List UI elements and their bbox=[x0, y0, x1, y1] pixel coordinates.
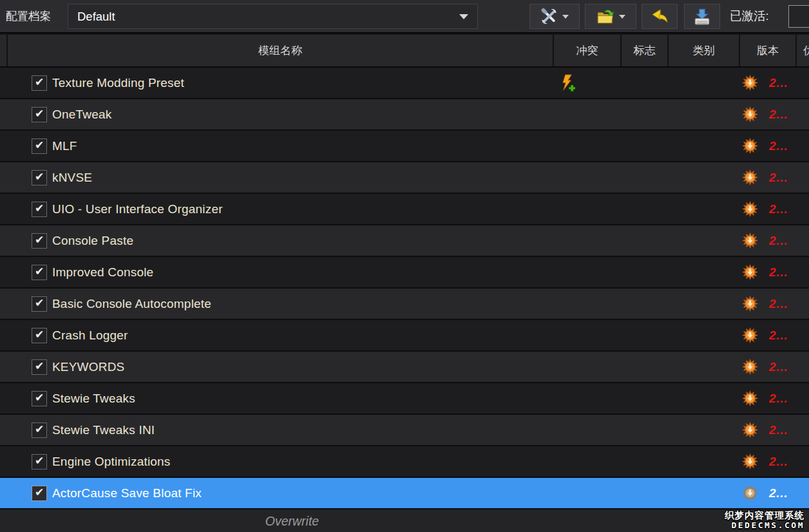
flags-cell bbox=[620, 225, 667, 256]
profile-label: 配置档案 bbox=[6, 0, 51, 32]
mod-enabled-checkbox[interactable]: ✔ bbox=[32, 138, 47, 154]
checkmark-icon: ✔ bbox=[35, 266, 44, 277]
mod-list: ✔ Texture Modding Preset bbox=[0, 68, 809, 509]
update-burst-icon bbox=[742, 296, 758, 312]
column-header-conflicts[interactable]: 冲突 bbox=[553, 35, 620, 66]
mod-enabled-checkbox[interactable]: ✔ bbox=[32, 265, 47, 280]
mod-enabled-checkbox[interactable]: ✔ bbox=[32, 454, 47, 470]
mod-version: 2… bbox=[769, 171, 788, 185]
column-header-priority[interactable]: 优先级 bbox=[795, 35, 809, 66]
category-cell bbox=[667, 194, 739, 224]
version-cell: 2… bbox=[739, 478, 795, 508]
mod-name-cell: ✔ ActorCause Save Bloat Fix bbox=[0, 478, 553, 508]
mod-name: Basic Console Autocomplete bbox=[52, 297, 211, 311]
mod-enabled-checkbox[interactable]: ✔ bbox=[32, 486, 47, 501]
column-header-name[interactable]: 模组名称 bbox=[8, 35, 553, 66]
conflicts-cell bbox=[553, 352, 620, 382]
priority-cell bbox=[795, 289, 809, 319]
mod-name-cell: ✔ Stewie Tweaks bbox=[0, 383, 553, 413]
mod-row[interactable]: ✔ Texture Modding Preset bbox=[0, 68, 809, 99]
update-burst-icon bbox=[742, 264, 758, 280]
mod-row[interactable]: ✔ Engine Optimizations bbox=[0, 446, 809, 478]
mod-name: Texture Modding Preset bbox=[52, 76, 184, 90]
column-header-category[interactable]: 类别 bbox=[667, 35, 739, 66]
flags-cell bbox=[620, 478, 667, 508]
profile-dropdown[interactable]: Default bbox=[68, 4, 478, 29]
mod-enabled-checkbox[interactable]: ✔ bbox=[32, 170, 47, 185]
mod-enabled-checkbox[interactable]: ✔ bbox=[32, 107, 47, 122]
mod-name-cell: ✔ Console Paste bbox=[0, 225, 553, 256]
conflicts-cell bbox=[553, 99, 620, 129]
mod-row[interactable]: ✔ UIO - User Interface Organizer bbox=[0, 194, 809, 225]
mod-version: 2… bbox=[769, 486, 788, 500]
active-mods-counter bbox=[788, 5, 809, 28]
mod-row[interactable]: ✔ Crash Logger bbox=[0, 320, 809, 352]
version-cell: 2… bbox=[739, 289, 795, 319]
checkmark-icon: ✔ bbox=[35, 361, 44, 372]
update-burst-icon bbox=[742, 422, 758, 438]
mod-row[interactable]: ✔ Improved Console bbox=[0, 257, 809, 289]
column-header-version[interactable]: 版本 bbox=[739, 35, 795, 66]
mod-enabled-checkbox[interactable]: ✔ bbox=[32, 296, 47, 312]
mod-name-cell: ✔ Basic Console Autocomplete bbox=[0, 289, 553, 319]
profile-dropdown-value: Default bbox=[77, 10, 459, 24]
mod-enabled-checkbox[interactable]: ✔ bbox=[32, 328, 47, 343]
update-burst-icon bbox=[742, 327, 758, 343]
mod-name-cell: ✔ Stewie Tweaks INI bbox=[0, 415, 553, 445]
mod-enabled-checkbox[interactable]: ✔ bbox=[32, 423, 47, 438]
mod-row[interactable]: ✔ Stewie Tweaks bbox=[0, 383, 809, 415]
checkmark-icon: ✔ bbox=[35, 455, 44, 466]
overwrite-row[interactable]: Overwrite bbox=[0, 509, 809, 532]
mod-enabled-checkbox[interactable]: ✔ bbox=[32, 359, 47, 375]
mod-row[interactable]: ✔ ActorCause Save Bloat Fix bbox=[0, 478, 809, 509]
mod-enabled-checkbox[interactable]: ✔ bbox=[32, 202, 47, 217]
flags-cell bbox=[620, 68, 667, 98]
mod-version: 2… bbox=[769, 455, 788, 469]
mod-row[interactable]: ✔ Console Paste bbox=[0, 225, 809, 257]
category-cell bbox=[667, 446, 739, 477]
mod-name-cell: ✔ MLF bbox=[0, 131, 553, 161]
priority-cell bbox=[795, 257, 809, 287]
category-cell bbox=[667, 415, 739, 445]
open-folder-button[interactable] bbox=[585, 4, 636, 29]
mod-row[interactable]: ✔ Basic Console Autocomplete bbox=[0, 289, 809, 320]
mod-name-cell: ✔ Improved Console bbox=[0, 257, 553, 287]
priority-cell bbox=[795, 320, 809, 350]
mod-enabled-checkbox[interactable]: ✔ bbox=[32, 391, 47, 406]
mod-name: ActorCause Save Bloat Fix bbox=[52, 486, 202, 500]
undo-icon bbox=[651, 8, 669, 26]
undo-button[interactable] bbox=[642, 4, 678, 29]
mod-name: Improved Console bbox=[52, 265, 153, 280]
category-cell bbox=[667, 162, 739, 193]
category-cell bbox=[667, 478, 739, 508]
mod-name: kNVSE bbox=[52, 171, 92, 185]
priority-cell bbox=[795, 225, 809, 256]
update-burst-icon bbox=[742, 169, 758, 185]
mod-name: Crash Logger bbox=[52, 328, 128, 343]
mod-version: 2… bbox=[769, 265, 788, 280]
tools-icon bbox=[540, 8, 558, 25]
flags-cell bbox=[620, 415, 667, 445]
checkmark-icon: ✔ bbox=[35, 140, 44, 151]
mod-row[interactable]: ✔ kNVSE bbox=[0, 162, 809, 194]
version-cell: 2… bbox=[739, 257, 795, 287]
mod-name: Stewie Tweaks INI bbox=[52, 423, 155, 437]
install-mod-button[interactable] bbox=[684, 4, 720, 29]
mod-row[interactable]: ✔ KEYWORDS bbox=[0, 352, 809, 383]
category-cell bbox=[667, 225, 739, 256]
mod-row[interactable]: ✔ OneTweak bbox=[0, 99, 809, 131]
mod-row[interactable]: ✔ MLF bbox=[0, 131, 809, 162]
conflicts-cell bbox=[553, 383, 620, 413]
checkmark-icon: ✔ bbox=[35, 108, 44, 119]
flags-cell bbox=[620, 289, 667, 319]
tools-button[interactable] bbox=[529, 4, 580, 29]
mod-enabled-checkbox[interactable]: ✔ bbox=[32, 75, 47, 91]
mod-enabled-checkbox[interactable]: ✔ bbox=[32, 233, 47, 249]
checkmark-icon: ✔ bbox=[35, 298, 44, 309]
mod-name: Stewie Tweaks bbox=[52, 392, 135, 406]
mod-row[interactable]: ✔ Stewie Tweaks INI bbox=[0, 415, 809, 446]
column-header-flags[interactable]: 标志 bbox=[620, 35, 667, 66]
version-cell: 2… bbox=[739, 99, 795, 129]
version-cell: 2… bbox=[739, 383, 795, 413]
mod-name-cell: ✔ KEYWORDS bbox=[0, 352, 553, 382]
